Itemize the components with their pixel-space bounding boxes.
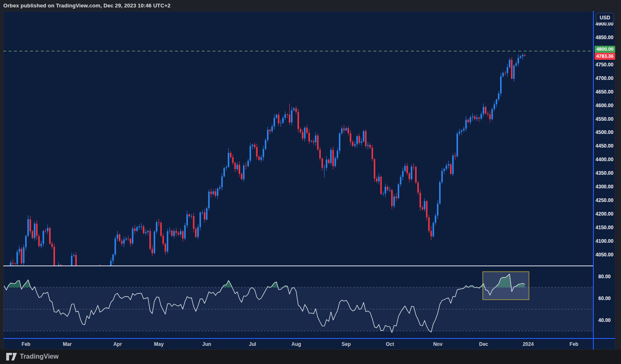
candle-body: [136, 227, 138, 231]
rsi-tick-label: 80.00: [594, 274, 615, 279]
candle-body: [383, 193, 384, 194]
time-axis-label-mar: Mar: [63, 341, 71, 347]
candle-body: [306, 128, 308, 133]
candle-body: [333, 150, 334, 167]
candle-body: [404, 166, 406, 171]
candle-body: [498, 94, 500, 100]
candle-body: [265, 140, 267, 149]
candle-body: [34, 224, 35, 238]
candle-body: [169, 231, 171, 231]
candle-body: [393, 197, 395, 206]
candle-body: [254, 145, 255, 147]
candle-body: [474, 117, 476, 119]
candle-body: [43, 231, 44, 244]
candle-body: [45, 231, 47, 231]
candle-body: [154, 232, 156, 254]
candle-body: [195, 229, 197, 237]
candle-body: [51, 244, 53, 247]
price-axis[interactable]: 4050.004100.004150.004200.004250.004300.…: [593, 11, 615, 350]
tradingview-logo-icon[interactable]: [6, 353, 17, 361]
candle-body: [147, 231, 149, 232]
attribution-text: Orbex published on TradingView.com, Dec …: [3, 2, 170, 9]
candle-body: [304, 128, 306, 139]
time-axis-label-apr: Apr: [113, 341, 122, 347]
candle-body: [450, 164, 452, 174]
rsi-pane[interactable]: [3, 266, 593, 338]
candle-body: [291, 110, 293, 122]
candle-body: [267, 130, 269, 140]
candle-body: [369, 145, 371, 148]
candle-body: [54, 247, 55, 266]
candle-body: [472, 117, 473, 117]
candle-body: [269, 130, 271, 131]
candle-body: [507, 67, 508, 73]
candle-body: [165, 244, 166, 251]
candle-body: [352, 142, 354, 146]
candle-body: [125, 239, 127, 240]
candle-body: [343, 129, 345, 131]
candle-body: [323, 168, 325, 168]
candle-body: [193, 216, 195, 229]
candle-body: [287, 114, 288, 115]
candle-body: [483, 107, 484, 114]
candle-body: [199, 213, 201, 228]
candle-body: [47, 228, 49, 231]
candle-body: [496, 99, 498, 104]
candle-body: [21, 249, 22, 263]
time-axis-label-feb: Feb: [569, 341, 578, 347]
candle-body: [524, 55, 526, 56]
candle-body: [432, 223, 434, 237]
tradingview-brand-text[interactable]: TradingView: [20, 353, 59, 360]
candle-body: [437, 204, 439, 216]
candle-body: [420, 193, 421, 208]
candle-body: [263, 149, 264, 157]
candle-body: [224, 168, 225, 176]
time-axis-label-2024: 2024: [523, 341, 534, 347]
candle-body: [359, 136, 360, 143]
candle-body: [163, 236, 164, 244]
candle-body: [123, 240, 125, 244]
price-tick-label: 4700.00: [594, 75, 615, 81]
time-axis-label-jun: Jun: [202, 341, 211, 347]
candle-body: [406, 166, 408, 173]
candle-body: [422, 207, 423, 209]
currency-usd-button[interactable]: USD: [596, 13, 614, 23]
candle-body: [487, 113, 489, 114]
time-axis[interactable]: FebMarAprMayJunJulAugSepOctNovDec2024Feb: [3, 339, 593, 350]
candle-body: [25, 236, 27, 247]
candle-body: [160, 223, 162, 236]
candle-body: [12, 263, 14, 263]
candle-body: [385, 187, 386, 193]
candle-body: [145, 232, 146, 233]
candle-body: [204, 213, 205, 220]
rsi-tick-label: 60.00: [594, 296, 615, 301]
candle-body: [260, 157, 262, 160]
candle-body: [442, 171, 443, 182]
candle-body: [274, 118, 275, 127]
chart-area[interactable]: FebMarAprMayJunJulAugSepOctNovDec2024Feb…: [3, 11, 615, 350]
candle-body: [446, 166, 447, 169]
time-axis-label-sep: Sep: [342, 341, 351, 347]
candle-body: [210, 192, 212, 194]
candle-body: [71, 256, 73, 266]
rsi-highlight-box[interactable]: [483, 272, 529, 300]
candle-body: [14, 263, 16, 264]
candle-body: [75, 255, 77, 266]
price-pane[interactable]: [3, 11, 593, 266]
candle-body: [151, 249, 153, 254]
candle-body: [398, 184, 399, 198]
candle-body: [439, 182, 441, 204]
price-tick-label: 4250.00: [594, 197, 615, 203]
candle-body: [468, 120, 469, 122]
candle-body: [256, 147, 258, 157]
candle-body: [413, 167, 415, 167]
candle-body: [258, 157, 260, 160]
candle-body: [121, 241, 123, 244]
candle-body: [298, 112, 299, 129]
time-axis-label-aug: Aug: [291, 341, 301, 347]
candle-body: [206, 208, 208, 220]
candle-body: [228, 153, 229, 167]
candle-body: [132, 228, 134, 243]
candle-body: [40, 244, 42, 246]
candle-body: [130, 239, 131, 243]
